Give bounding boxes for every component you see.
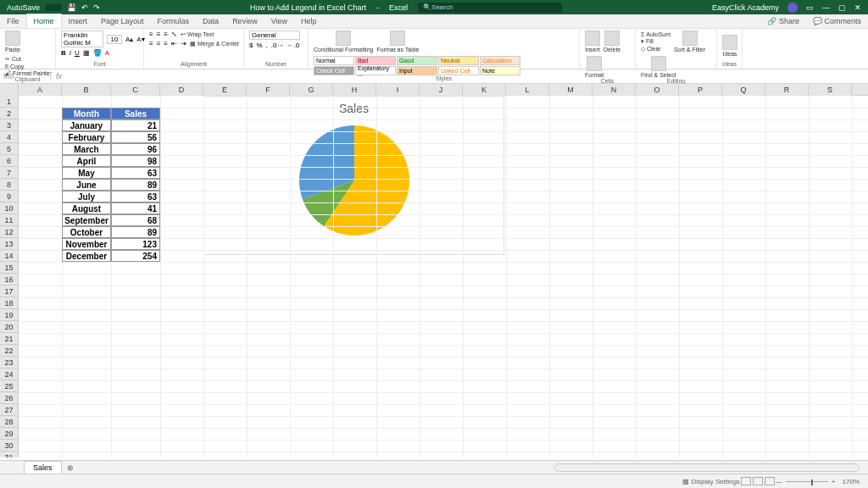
cell-b2-header[interactable]: Month [62,108,111,119]
page-layout-view-button[interactable] [753,477,763,485]
row-header-21[interactable]: 21 [0,333,19,345]
tab-page-layout[interactable]: Page Layout [94,14,151,28]
style-input[interactable]: Input [397,66,437,75]
row-header-2[interactable]: 2 [0,108,19,119]
comments-button[interactable]: 💬 Comments [806,14,868,28]
worksheet-grid[interactable]: ABCDEFGHIJKLMNOPQRS 12345678910111213141… [0,84,868,458]
row-header-15[interactable]: 15 [0,262,19,274]
row-header-17[interactable]: 17 [0,286,19,297]
orientation-icon[interactable]: ⤡ [171,30,177,38]
row-header-12[interactable]: 12 [0,226,19,238]
percent-icon[interactable]: % [256,42,262,49]
comma-icon[interactable]: , [266,42,268,49]
column-header-B[interactable]: B [62,84,111,96]
cell-b12[interactable]: October [62,226,111,238]
indent-dec-icon[interactable]: ⇤ [171,40,177,47]
currency-icon[interactable]: $ [249,42,253,49]
tab-insert[interactable]: Insert [62,14,95,28]
row-header-4[interactable]: 4 [0,131,19,143]
paste-button[interactable]: Paste [5,30,20,53]
autosave-toggle[interactable] [45,4,62,11]
column-header-N[interactable]: N [593,84,636,96]
align-middle-icon[interactable]: ≡ [157,30,161,38]
tab-view[interactable]: View [264,14,294,28]
style-calculation[interactable]: Calculation [480,56,520,65]
avatar[interactable] [787,3,798,13]
find-select-button[interactable]: Find & Select [641,56,676,78]
style-check-cell[interactable]: Check Cell [314,66,354,75]
row-header-14[interactable]: 14 [0,250,19,262]
tab-help[interactable]: Help [294,14,324,28]
style-bad[interactable]: Bad [355,56,396,65]
format-cells-button[interactable]: Format [585,56,604,78]
number-format-box[interactable]: General [249,30,300,40]
cell-c4[interactable]: 56 [111,131,160,143]
align-left-icon[interactable]: ≡ [149,40,153,47]
cell-b3[interactable]: January [62,119,111,131]
column-header-F[interactable]: F [247,84,290,96]
style-linked-cell[interactable]: Linked Cell [438,66,479,75]
column-header-J[interactable]: J [420,84,463,96]
row-header-13[interactable]: 13 [0,238,19,250]
redo-icon[interactable]: ↷ [93,3,100,12]
merge-center-button[interactable]: ▦ Merge & Center [190,41,239,47]
fill-button[interactable]: ▾ Fill [641,38,670,45]
ribbon-display-icon[interactable]: ▭ [806,3,814,12]
align-bottom-icon[interactable]: ≡ [164,30,168,38]
row-header-26[interactable]: 26 [0,392,19,404]
fx-icon[interactable]: fx [51,72,67,80]
select-all-corner[interactable] [0,84,19,96]
row-header-7[interactable]: 7 [0,167,19,179]
fill-color-button[interactable]: 🪣 [93,49,102,57]
cut-button[interactable]: ✂ Cut [5,56,52,63]
column-header-E[interactable]: E [203,84,247,96]
cell-b7[interactable]: May [62,167,111,179]
row-header-1[interactable]: 1 [0,96,19,108]
increase-font-icon[interactable]: A▴ [125,36,133,43]
font-name-box[interactable]: Franklin Gothic M [61,30,103,47]
cell-b5[interactable]: March [62,143,111,155]
style-note[interactable]: Note [480,66,520,75]
column-header-C[interactable]: C [111,84,160,96]
copy-button[interactable]: ⎘ Copy [5,64,52,69]
cell-c7[interactable]: 63 [111,167,160,179]
row-header-3[interactable]: 3 [0,119,19,131]
autosum-button[interactable]: Σ AutoSum [641,31,670,37]
border-button[interactable]: ▦ [83,49,90,57]
italic-button[interactable]: I [70,49,71,57]
style-explanatory[interactable]: Explanatory ... [355,66,396,75]
row-header-23[interactable]: 23 [0,357,19,369]
column-header-M[interactable]: M [549,84,593,96]
new-sheet-button[interactable]: ⊕ [62,462,79,474]
sheet-tab-sales[interactable]: Sales [24,461,62,474]
wrap-text-button[interactable]: ↩ Wrap Text [181,31,214,38]
cell-c11[interactable]: 68 [111,214,160,226]
column-header-G[interactable]: G [290,84,333,96]
column-header-O[interactable]: O [636,84,679,96]
align-center-icon[interactable]: ≡ [157,40,161,47]
row-header-25[interactable]: 25 [0,380,19,392]
row-header-19[interactable]: 19 [0,309,19,321]
row-header-10[interactable]: 10 [0,202,19,214]
name-box[interactable]: M8 [0,72,51,80]
inc-decimal-icon[interactable]: .0→ [271,42,284,49]
column-header-I[interactable]: I [376,84,420,96]
row-header-8[interactable]: 8 [0,179,19,191]
row-header-31[interactable]: 31 [0,452,19,458]
page-break-view-button[interactable] [765,477,775,485]
zoom-in-button[interactable]: + [832,478,836,485]
cell-c13[interactable]: 123 [111,238,160,250]
account-name[interactable]: EasyClick Academy [712,3,779,12]
clear-button[interactable]: ◇ Clear [641,46,670,53]
column-header-D[interactable]: D [160,84,203,96]
insert-cells-button[interactable]: Insert [585,30,600,53]
align-right-icon[interactable]: ≡ [164,40,168,47]
cell-c6[interactable]: 98 [111,155,160,167]
row-header-28[interactable]: 28 [0,416,19,428]
cell-c12[interactable]: 89 [111,226,160,238]
column-header-A[interactable]: A [19,84,62,96]
tab-data[interactable]: Data [196,14,225,28]
row-header-24[interactable]: 24 [0,369,19,380]
cell-c2-header[interactable]: Sales [111,108,160,119]
cell-b11[interactable]: September [62,214,111,226]
